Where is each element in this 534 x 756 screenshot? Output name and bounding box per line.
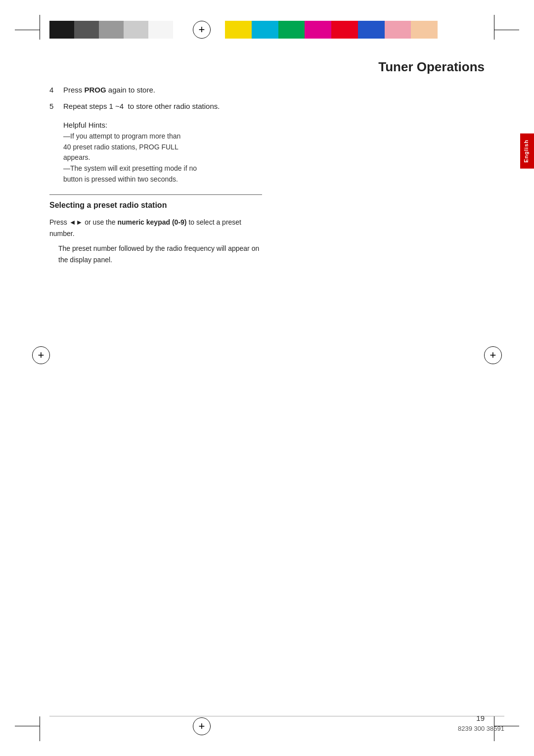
swatch-pink (385, 21, 411, 39)
swatch-yellow (225, 21, 252, 39)
page-title: Tuner Operations (49, 59, 504, 75)
crop-mark-tl-v (40, 15, 40, 40)
english-language-tab: English (520, 134, 534, 169)
section-title: Selecting a preset radio station (49, 201, 262, 210)
swatch-skin (411, 21, 438, 39)
part-number: 8239 300 38591 (458, 725, 504, 732)
registration-mark-left (32, 346, 50, 364)
page-number: 19 (476, 714, 485, 722)
crop-mark-tl-h (15, 30, 40, 30)
color-bar-left (49, 21, 173, 39)
swatch-darkgray (74, 21, 99, 39)
color-bar-right (225, 21, 438, 39)
section-divider (49, 194, 262, 195)
section-paragraph-2: The preset number followed by the radio … (58, 243, 262, 265)
swatch-lightgray (124, 21, 148, 39)
registration-mark-bottom (193, 717, 211, 735)
swatch-cyan (252, 21, 278, 39)
swatch-red (331, 21, 358, 39)
swatch-gray (99, 21, 124, 39)
hint-line-5: button is pressed within two seconds. (63, 174, 271, 185)
step-4: 4 Press PROG again to store. (49, 85, 504, 96)
hint-line-1: —If you attempt to program more than (63, 131, 271, 142)
step-list: 4 Press PROG again to store. 5 Repeat st… (49, 85, 504, 112)
step-4-number: 4 (49, 85, 63, 96)
registration-mark-top (193, 21, 211, 39)
section-paragraph-1: Press ◄► or use the numeric keypad (0-9)… (49, 217, 262, 239)
swatch-green (278, 21, 305, 39)
crop-mark-bl-v (40, 716, 40, 741)
crop-mark-tr-h (494, 30, 519, 30)
step-5-number: 5 (49, 101, 63, 112)
swatch-white (148, 21, 173, 39)
hint-line-2: 40 preset radio stations, PROG FULL (63, 142, 271, 153)
hint-line-3: appears. (63, 152, 271, 163)
swatch-black (49, 21, 74, 39)
crop-mark-tr-v (494, 15, 494, 40)
hints-title: Helpful Hints: (63, 121, 271, 129)
step-5: 5 Repeat steps 1 ~4 to store other radio… (49, 101, 504, 112)
swatch-magenta (305, 21, 331, 39)
swatch-blue (358, 21, 385, 39)
crop-mark-bl-h (15, 726, 40, 726)
section-body: Press ◄► or use the numeric keypad (0-9)… (49, 217, 262, 265)
step-5-text: Repeat steps 1 ~4 to store other radio s… (63, 101, 220, 112)
page-content: Tuner Operations 4 Press PROG again to s… (49, 54, 504, 707)
bottom-rule (49, 716, 504, 716)
step-4-text: Press PROG again to store. (63, 85, 155, 96)
hint-line-4: —The system will exit presetting mode if… (63, 163, 271, 174)
hints-block: Helpful Hints: —If you attempt to progra… (63, 121, 271, 185)
